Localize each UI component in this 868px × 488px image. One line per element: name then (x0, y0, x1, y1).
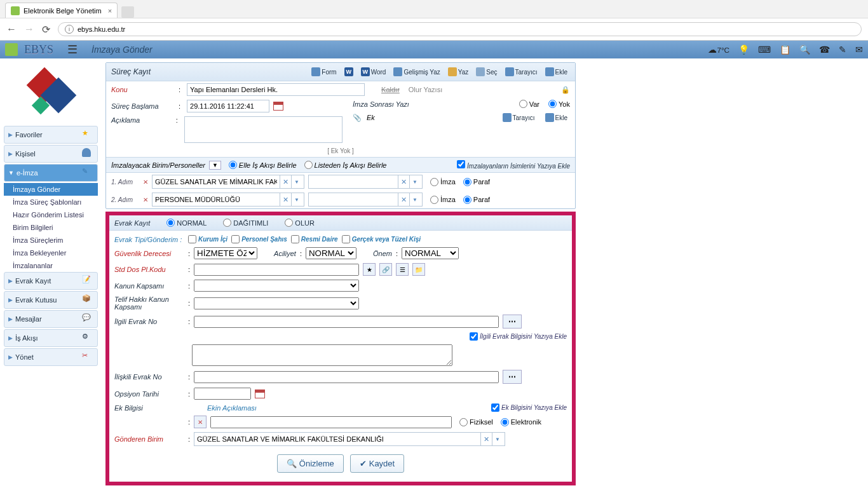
step1-birim-input[interactable] (153, 175, 280, 188)
sidebar-item-is-akisi[interactable]: ▶İş Akışı ⚙ (4, 329, 98, 347)
step2-p-clear-icon[interactable]: ✕ (398, 193, 409, 206)
gonderen-dd-icon[interactable]: ▼ (492, 433, 503, 445)
step2-person-combo[interactable]: ✕▼ (308, 193, 423, 207)
browser-tab[interactable]: Elektronik Belge Yönetim × (5, 3, 118, 18)
step2-person-input[interactable] (309, 193, 398, 206)
sidebar-sub-sablonlar[interactable]: İmza Süreç Şablonları (4, 196, 98, 208)
normal-radio[interactable] (166, 219, 175, 227)
elektronik-radio[interactable] (501, 418, 509, 426)
back-icon[interactable]: ← (6, 24, 17, 35)
iliskili-input[interactable] (194, 371, 499, 383)
ek-remove-button[interactable]: ✕ (194, 416, 207, 428)
gercek-tuzel-checkbox[interactable] (342, 235, 350, 243)
url-bar[interactable]: i ebys.hku.edu.tr (58, 22, 862, 36)
sidebar-item-evrak-kutusu[interactable]: ▶Evrak Kutusu 📦 (4, 291, 98, 309)
std-link-button[interactable]: 🔗 (379, 263, 392, 276)
sidebar-sub-birim[interactable]: Birim Bilgileri (4, 221, 98, 234)
step1-remove-icon[interactable]: ✕ (143, 179, 148, 186)
hamburger-icon[interactable]: ☰ (67, 43, 78, 57)
bulb-icon[interactable]: 💡 (738, 44, 749, 55)
keyboard-icon[interactable]: ⌨ (758, 44, 771, 55)
word-button[interactable]: WWord (358, 66, 389, 78)
step1-person-combo[interactable]: ✕▼ (308, 175, 423, 189)
ilgili-input[interactable] (194, 316, 499, 328)
kanun-select[interactable] (194, 280, 359, 292)
ilgili-textarea[interactable] (192, 344, 452, 366)
var-radio[interactable] (519, 100, 527, 108)
gelismis-yaz-button[interactable]: Gelişmiş Yaz (391, 66, 442, 78)
konu-input[interactable] (187, 83, 365, 96)
telif-select[interactable] (194, 297, 359, 309)
phone-icon[interactable]: ☎ (819, 44, 830, 55)
sidebar-sub-bekleyenler[interactable]: İmza Bekleyenler (4, 247, 98, 259)
ilgili-yaziya-checkbox[interactable] (470, 332, 478, 341)
sidebar-item-eimza[interactable]: ▼e-İmza ✎ (4, 164, 98, 182)
step2-imza-radio[interactable] (430, 196, 438, 204)
kaydet-button[interactable]: ✔Kaydet (350, 454, 404, 473)
gonderen-clear-icon[interactable]: ✕ (480, 433, 492, 445)
mail-icon[interactable]: ✉ (855, 44, 863, 55)
olur-radio[interactable] (285, 219, 293, 227)
dagitimli-radio[interactable] (223, 219, 231, 227)
step1-imza-radio[interactable] (430, 178, 438, 186)
site-info-icon[interactable]: i (65, 25, 74, 34)
step1-p-clear-icon[interactable]: ✕ (398, 175, 409, 188)
sidebar-item-evrak-kayit[interactable]: ▶Evrak Kayıt 📝 (4, 272, 98, 290)
edit-icon[interactable]: ✎ (839, 44, 846, 55)
gonderen-input[interactable] (194, 433, 480, 445)
onizleme-button[interactable]: 🔍Önizleme (277, 454, 344, 473)
elle-radio[interactable] (229, 161, 237, 169)
sidebar-item-favoriler[interactable]: ▶Favoriler ★ (4, 126, 98, 144)
std-folder-button[interactable]: 📁 (412, 263, 425, 276)
listeden-radio[interactable] (304, 161, 313, 169)
aciklama-textarea[interactable] (184, 116, 342, 143)
isim-ekle-checkbox[interactable] (457, 160, 465, 168)
std-star-button[interactable]: ★ (363, 263, 376, 276)
sidebar-sub-imzaya-gonder[interactable]: İmzaya Gönder (4, 183, 98, 196)
step1-clear-icon[interactable]: ✕ (280, 175, 291, 188)
yaz-button[interactable]: Yaz (445, 66, 471, 78)
sidebar-sub-sureclerim[interactable]: İmza Süreçlerim (4, 234, 98, 247)
word-w-button[interactable]: W (342, 66, 356, 78)
sec-button[interactable]: Seç (473, 66, 499, 78)
gonderen-combo[interactable]: ✕▼ (194, 432, 505, 446)
weather-icon[interactable]: ☁7°C (708, 44, 729, 55)
olur-yazisi-link[interactable]: Olur Yazısı (409, 86, 442, 93)
opsiyon-calendar-icon[interactable] (255, 390, 265, 398)
guvenlik-select[interactable]: HİZMETE ÖZEL (194, 247, 257, 259)
baslama-input[interactable] (187, 100, 269, 112)
sidebar-sub-hazir[interactable]: Hazır Gönderim Listesi (4, 208, 98, 221)
tarayici2-button[interactable]: Tarayıcı (500, 112, 538, 123)
step1-person-input[interactable] (309, 175, 398, 188)
forward-icon[interactable]: → (24, 24, 34, 35)
tab-close-icon[interactable]: × (108, 7, 112, 15)
resmi-daire-checkbox[interactable] (291, 235, 299, 243)
form-button[interactable]: Form (309, 66, 339, 78)
ek-yaziya-checkbox[interactable] (491, 403, 499, 412)
step2-p-dd-icon[interactable]: ▼ (409, 193, 420, 206)
step2-birim-input[interactable] (153, 193, 280, 206)
lock-icon[interactable]: 🔒 (561, 86, 570, 94)
ekle-button[interactable]: Ekle (543, 66, 570, 78)
step1-dd-icon[interactable]: ▼ (291, 175, 302, 188)
yok-radio[interactable] (548, 100, 557, 108)
ek-aciklama-input[interactable] (210, 416, 452, 428)
opsiyon-input[interactable] (194, 388, 251, 400)
step1-p-dd-icon[interactable]: ▼ (409, 175, 420, 188)
tarayici-button[interactable]: Tarayıcı (503, 66, 540, 78)
ekle2-button[interactable]: Ekle (543, 112, 570, 123)
kaldir-link[interactable]: Kaldır (381, 86, 400, 93)
step2-clear-icon[interactable]: ✕ (280, 193, 291, 206)
calendar-icon[interactable] (273, 102, 283, 111)
onem-select[interactable]: NORMAL (402, 247, 459, 259)
step2-paraf-radio[interactable] (463, 196, 471, 204)
step1-paraf-radio[interactable] (463, 178, 471, 186)
search-icon[interactable]: 🔍 (799, 44, 810, 55)
iliskili-lookup-button[interactable]: ⋯ (503, 370, 522, 384)
aciliyet-select[interactable]: NORMAL (306, 247, 356, 259)
step2-remove-icon[interactable]: ✕ (143, 196, 148, 203)
note-icon[interactable]: 📋 (780, 44, 790, 55)
reload-icon[interactable]: ⟳ (42, 24, 50, 36)
new-tab-button[interactable] (121, 6, 134, 18)
imzalayacak-dropdown[interactable]: ▼ (209, 161, 221, 170)
